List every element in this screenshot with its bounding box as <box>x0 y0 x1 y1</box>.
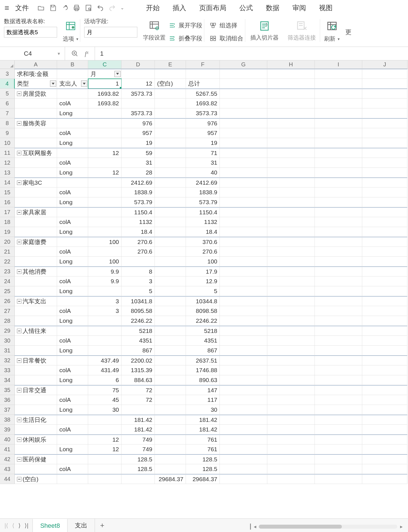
row-header[interactable]: 33 <box>0 365 15 375</box>
col-G[interactable]: G <box>220 60 267 69</box>
cell[interactable] <box>362 158 407 168</box>
cell[interactable]: 31 <box>121 158 155 168</box>
cell[interactable] <box>15 168 57 178</box>
cell[interactable] <box>362 356 407 365</box>
cell[interactable]: 181.42 <box>186 425 220 435</box>
cell[interactable] <box>362 69 407 79</box>
cell[interactable] <box>220 257 267 267</box>
scroll-splitter-icon[interactable]: ┃ <box>248 524 253 530</box>
cell[interactable] <box>88 178 121 187</box>
cell[interactable]: 2200.02 <box>121 356 155 365</box>
cell[interactable] <box>88 108 121 118</box>
row-header[interactable]: 42 <box>0 454 15 464</box>
cell[interactable]: colA <box>57 276 88 286</box>
cell[interactable]: Long <box>57 138 88 148</box>
cell[interactable] <box>88 464 121 474</box>
collapse-icon[interactable] <box>17 477 21 481</box>
cell[interactable]: 9.9 <box>88 276 121 286</box>
cell[interactable]: 3573.73 <box>186 108 220 118</box>
cell[interactable] <box>57 474 88 484</box>
cell[interactable] <box>220 306 267 316</box>
col-A[interactable]: A <box>15 60 57 69</box>
next-sheet-icon[interactable]: ⟩ <box>18 522 21 529</box>
cell[interactable]: 10344.8 <box>186 296 220 306</box>
cell[interactable] <box>362 187 407 197</box>
cell[interactable] <box>155 108 186 118</box>
cell[interactable] <box>220 187 267 197</box>
row-header[interactable]: 3 <box>0 69 15 79</box>
cell[interactable]: 72 <box>121 395 155 405</box>
cell[interactable] <box>155 306 186 316</box>
cell[interactable] <box>88 316 121 326</box>
cell[interactable] <box>220 385 267 395</box>
cell[interactable] <box>220 227 267 237</box>
cell[interactable]: 医药保健 <box>15 454 57 464</box>
cell[interactable] <box>155 316 186 326</box>
filter-dropdown-icon[interactable] <box>81 80 87 87</box>
cell[interactable]: 汽车支出 <box>15 296 57 306</box>
cell[interactable] <box>15 99 57 108</box>
collapse-icon[interactable] <box>17 269 21 274</box>
cell[interactable] <box>362 306 407 316</box>
cell[interactable] <box>315 326 362 336</box>
cell[interactable] <box>267 138 315 148</box>
cell[interactable] <box>88 425 121 435</box>
scroll-thumb[interactable] <box>259 525 342 529</box>
cell[interactable]: 890.63 <box>186 375 220 385</box>
cell[interactable] <box>362 138 407 148</box>
cell[interactable]: 12 <box>88 168 121 178</box>
group-select-button[interactable]: 组选择 <box>208 20 245 30</box>
cell[interactable] <box>155 435 186 444</box>
cell[interactable]: 17.9 <box>186 267 220 276</box>
cell[interactable]: 1693.82 <box>88 99 121 108</box>
cell[interactable]: 12 <box>88 444 121 454</box>
cell[interactable]: 8095.58 <box>121 306 155 316</box>
cell[interactable] <box>155 415 186 425</box>
cell[interactable] <box>267 395 315 405</box>
cell[interactable] <box>220 395 267 405</box>
cell[interactable] <box>220 118 267 128</box>
cell[interactable] <box>57 148 88 158</box>
cell[interactable] <box>267 425 315 435</box>
row-header[interactable]: 16 <box>0 197 15 207</box>
cell[interactable] <box>315 296 362 306</box>
filter-dropdown-icon[interactable] <box>114 71 121 77</box>
cell[interactable] <box>362 197 407 207</box>
cell[interactable] <box>220 158 267 168</box>
cell[interactable] <box>155 356 186 365</box>
row-header[interactable]: 26 <box>0 296 15 306</box>
cell[interactable]: 128.5 <box>186 464 220 474</box>
cell[interactable] <box>155 247 186 257</box>
cell[interactable] <box>267 79 315 89</box>
cell[interactable] <box>267 178 315 187</box>
scroll-right-icon[interactable]: ▸ <box>399 524 403 530</box>
cell[interactable]: 18.4 <box>121 227 155 237</box>
cell[interactable]: 人情往来 <box>15 326 57 336</box>
cell[interactable] <box>315 385 362 395</box>
cell[interactable] <box>57 296 88 306</box>
cell[interactable] <box>88 415 121 425</box>
cell[interactable] <box>267 276 315 286</box>
cell[interactable] <box>267 474 315 484</box>
cell[interactable]: 求和项:金额 <box>15 69 57 79</box>
scroll-left-icon[interactable]: ◂ <box>253 524 257 530</box>
cell[interactable]: 1315.39 <box>121 365 155 375</box>
row-header[interactable]: 14 <box>0 178 15 187</box>
cell[interactable] <box>362 385 407 395</box>
row-header[interactable]: 38 <box>0 415 15 425</box>
cell[interactable] <box>267 267 315 276</box>
cell[interactable] <box>155 168 186 178</box>
cell[interactable] <box>267 187 315 197</box>
cell[interactable]: 573.79 <box>121 197 155 207</box>
row-header[interactable]: 6 <box>0 99 15 108</box>
cell[interactable] <box>155 257 186 267</box>
cell[interactable]: 12 <box>88 148 121 158</box>
row-header[interactable]: 23 <box>0 267 15 276</box>
cell[interactable]: 月 <box>88 69 121 79</box>
cell[interactable] <box>155 89 186 99</box>
cell[interactable] <box>220 464 267 474</box>
prev-sheet-icon[interactable]: ⟨ <box>12 522 14 529</box>
cell[interactable] <box>267 207 315 217</box>
cell[interactable]: colA <box>57 99 88 108</box>
cell[interactable]: 4351 <box>121 336 155 346</box>
